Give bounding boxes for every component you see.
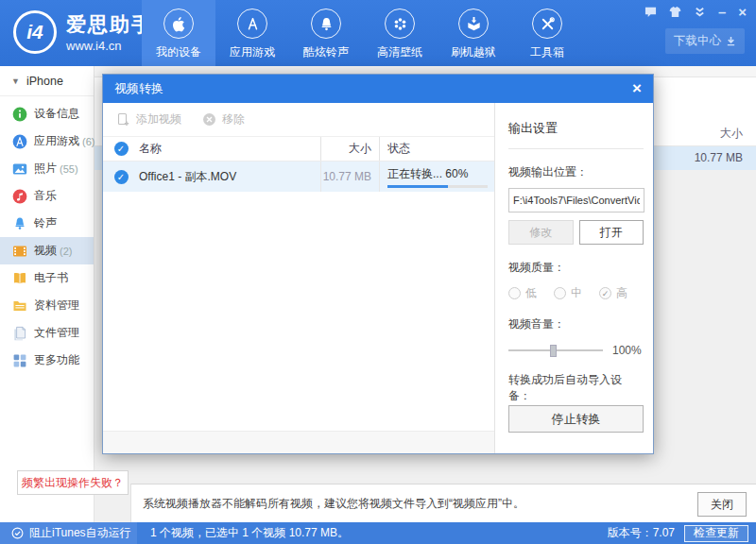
name-column-header[interactable]: 名称: [139, 141, 320, 157]
appstore-icon: [237, 8, 267, 39]
add-video-button[interactable]: 添加视频: [116, 111, 181, 128]
logo-i4-icon: i4: [13, 10, 57, 54]
toolbox-icon: [532, 8, 562, 39]
device-name: iPhone: [26, 75, 63, 88]
list-empty-area: [103, 192, 494, 431]
tab-label: 刷机越狱: [451, 44, 496, 60]
version-label: 版本号：7.07: [608, 525, 675, 541]
sidebar-item-label: 电子书: [34, 270, 68, 286]
tab-label: 工具箱: [530, 44, 564, 60]
output-settings-panel: 输出设置 视频输出位置： 修改 打开 视频质量： 低 中 ✓高 视频音量： 10…: [494, 103, 653, 453]
close-window-icon[interactable]: ×: [738, 7, 747, 18]
dialog-video-list: 添加视频 移除 ✓ 名称 大小 状态 ✓ Office1 - 副本.MOV 10…: [103, 103, 494, 453]
progress-bar-fill: [387, 185, 448, 188]
radio-icon: [508, 287, 521, 299]
tab-wallpapers[interactable]: 高清壁纸: [363, 0, 437, 66]
wallpaper-icon: [385, 8, 415, 39]
sidebar-item-device-info[interactable]: 设备信息: [0, 100, 94, 128]
skin-icon[interactable]: [669, 6, 681, 18]
appstore-icon: [12, 134, 27, 149]
sidebar-item-label: 应用游戏: [34, 133, 79, 149]
open-button[interactable]: 打开: [579, 220, 644, 245]
status-column-header[interactable]: 状态: [379, 137, 494, 161]
file-icon: [12, 326, 27, 341]
sidebar-item-file-management[interactable]: 文件管理: [0, 319, 94, 347]
quality-high-label: 高: [616, 285, 627, 301]
tab-toolbox[interactable]: 工具箱: [510, 0, 584, 66]
remove-circle-icon: [202, 112, 216, 127]
block-itunes-label: 阻止iTunes自动运行: [29, 525, 131, 541]
remove-video-button[interactable]: 移除: [202, 111, 245, 128]
sidebar-item-count: (55): [60, 163, 78, 175]
sidebar-item-label: 资料管理: [34, 298, 79, 314]
jailbreak-icon: [458, 8, 489, 39]
sidebar-item-videos[interactable]: 视频 (2): [0, 237, 94, 264]
video-film-icon: [12, 244, 27, 259]
dialog-close-icon[interactable]: ×: [632, 81, 642, 96]
row-checkbox[interactable]: ✓: [114, 170, 129, 184]
apple-icon: [163, 8, 194, 39]
tab-app-games[interactable]: 应用游戏: [215, 0, 289, 66]
conversion-status: 正在转换... 60%: [387, 166, 494, 182]
tab-ringtones[interactable]: 酷炫铃声: [289, 0, 363, 66]
feedback-icon[interactable]: [644, 6, 657, 18]
video-row[interactable]: ✓ Office1 - 副本.MOV 10.77 MB 正在转换... 60%: [103, 162, 494, 192]
grid-icon: [12, 353, 27, 368]
status-bar: 阻止iTunes自动运行 1 个视频，已选中 1 个视频 10.77 MB。 版…: [0, 522, 756, 544]
tab-my-device[interactable]: 我的设备: [142, 0, 215, 66]
sidebar-item-label: 设备信息: [34, 106, 79, 122]
video-volume-label: 视频音量：: [508, 316, 644, 332]
sidebar-item-music[interactable]: 音乐: [0, 182, 94, 210]
check-update-button[interactable]: 检查更新: [684, 525, 748, 542]
dialog-toolbar: 添加视频 移除: [103, 103, 494, 137]
size-column-header[interactable]: 大小: [320, 137, 379, 161]
sidebar-item-label: 更多功能: [34, 352, 79, 368]
ebook-icon: [12, 271, 27, 286]
frequent-failure-button[interactable]: 频繁出现操作失败？: [17, 470, 129, 495]
bell-icon: [311, 8, 341, 39]
app-title: 爱思助手: [66, 11, 153, 38]
app-logo: i4 爱思助手 www.i4.cn: [13, 10, 153, 54]
sidebar-item-data-management[interactable]: 资料管理: [0, 292, 94, 319]
add-video-label: 添加视频: [136, 111, 181, 128]
dialog-title: 视频转换: [114, 80, 163, 97]
radio-icon: [554, 287, 566, 299]
notice-text: 系统视频播放器不能解码所有视频，建议您将视频文件导入到“视频应用”中。: [143, 496, 524, 512]
quality-low-radio[interactable]: 低: [508, 285, 537, 301]
progress-bar: [387, 185, 488, 188]
block-itunes-toggle[interactable]: 阻止iTunes自动运行: [0, 522, 137, 544]
notice-bar: 系统视频播放器不能解码所有视频，建议您将视频文件导入到“视频应用”中。 关闭: [130, 484, 756, 522]
close-notice-button[interactable]: 关闭: [697, 492, 747, 517]
sidebar: ▼ iPhone 设备信息 应用游戏 (6) 照片 (55) 音乐 铃声 视频 …: [0, 66, 94, 522]
minimize-icon[interactable]: –: [718, 8, 726, 16]
download-center-button[interactable]: 下载中心: [665, 28, 745, 54]
sidebar-item-label: 文件管理: [34, 325, 79, 341]
volume-value: 100%: [612, 344, 642, 357]
list-footer-strip: [103, 431, 494, 453]
sidebar-item-label: 视频: [34, 243, 57, 259]
quality-high-radio[interactable]: ✓高: [599, 285, 627, 301]
sidebar-item-more-features[interactable]: 更多功能: [0, 347, 94, 374]
sidebar-item-count: (2): [60, 246, 72, 257]
tab-jailbreak[interactable]: 刷机越狱: [437, 0, 510, 66]
select-all-checkbox[interactable]: ✓: [114, 142, 129, 156]
sidebar-item-ebooks[interactable]: 电子书: [0, 264, 94, 292]
sidebar-item-photos[interactable]: 照片 (55): [0, 155, 94, 182]
sidebar-item-label: 铃声: [34, 215, 57, 231]
volume-slider[interactable]: [508, 344, 603, 357]
output-location-label: 视频输出位置：: [508, 164, 644, 180]
menu-chevron-icon[interactable]: [694, 6, 706, 18]
sidebar-item-ringtones[interactable]: 铃声: [0, 210, 94, 237]
modify-button[interactable]: 修改: [508, 220, 574, 245]
quality-mid-radio[interactable]: 中: [554, 285, 582, 301]
window-controls: – ×: [644, 6, 747, 18]
slider-handle[interactable]: [550, 345, 557, 357]
output-settings-heading: 输出设置: [508, 103, 644, 149]
sidebar-item-app-games[interactable]: 应用游戏 (6): [0, 128, 94, 155]
output-location-input[interactable]: [508, 188, 644, 212]
tab-label: 应用游戏: [230, 44, 275, 60]
quality-low-label: 低: [525, 285, 537, 301]
info-icon: [12, 107, 27, 122]
stop-conversion-button[interactable]: 停止转换: [508, 405, 644, 433]
device-selector[interactable]: ▼ iPhone: [0, 66, 94, 96]
